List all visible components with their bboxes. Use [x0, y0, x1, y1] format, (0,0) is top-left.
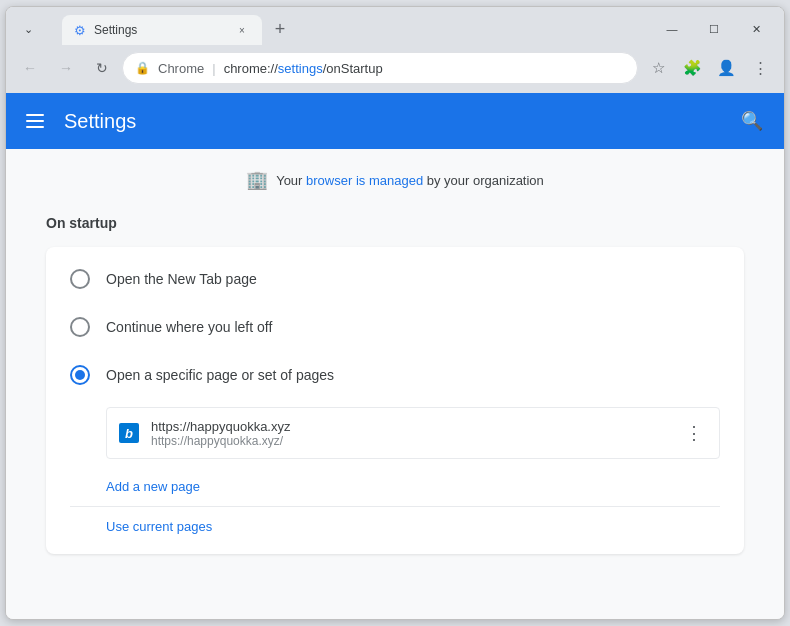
settings-search-button[interactable]: 🔍	[736, 105, 768, 137]
close-button[interactable]: ✕	[736, 13, 776, 45]
omnibox-separator: |	[212, 61, 215, 76]
omnibox-chrome-label: Chrome	[158, 61, 204, 76]
forward-button[interactable]: →	[50, 52, 82, 84]
url-entry-text: https://happyquokka.xyz https://happyquo…	[151, 419, 669, 448]
toolbar-actions: ☆ 🧩 👤 ⋮	[642, 52, 776, 84]
option-specific-page[interactable]: Open a specific page or set of pages	[46, 351, 744, 399]
back-button[interactable]: ←	[14, 52, 46, 84]
use-current-pages-link[interactable]: Use current pages	[46, 507, 236, 546]
option-new-tab-label: Open the New Tab page	[106, 271, 257, 287]
url-suffix: /onStartup	[323, 61, 383, 76]
radio-new-tab[interactable]	[70, 269, 90, 289]
omnibox-url: chrome://settings/onStartup	[224, 61, 625, 76]
url-entry-title: https://happyquokka.xyz	[151, 419, 669, 434]
address-bar: ← → ↻ 🔒 Chrome | chrome://settings/onSta…	[6, 45, 784, 93]
hamburger-menu-button[interactable]	[22, 110, 48, 132]
refresh-button[interactable]: ↻	[86, 52, 118, 84]
add-new-page-link[interactable]: Add a new page	[46, 467, 224, 506]
url-settings: settings	[278, 61, 323, 76]
url-favicon	[119, 423, 139, 443]
radio-continue[interactable]	[70, 317, 90, 337]
browser-window: ⌄ ⚙ Settings × + — ☐ ✕ ← → ↻ 🔒 Chrome | …	[5, 6, 785, 620]
managed-text-after: by your organization	[427, 173, 544, 188]
startup-options-card: Open the New Tab page Continue where you…	[46, 247, 744, 554]
settings-header: Settings 🔍	[6, 93, 784, 149]
url-prefix: chrome://	[224, 61, 278, 76]
managed-text-before: Your	[276, 173, 302, 188]
window-controls: — ☐ ✕	[644, 13, 784, 45]
lock-icon: 🔒	[135, 61, 150, 75]
main-content: 🏢 Your browser is managed by your organi…	[6, 149, 784, 619]
managed-link[interactable]: browser is managed	[306, 173, 423, 188]
radio-specific-page[interactable]	[70, 365, 90, 385]
tab-title: Settings	[94, 23, 226, 37]
url-entry-subtitle: https://happyquokka.xyz/	[151, 434, 669, 448]
tab-close-button[interactable]: ×	[234, 22, 250, 38]
option-continue[interactable]: Continue where you left off	[46, 303, 744, 351]
url-entry-item: https://happyquokka.xyz https://happyquo…	[106, 407, 720, 459]
tab-favicon-icon: ⚙	[74, 23, 86, 38]
maximize-button[interactable]: ☐	[694, 13, 734, 45]
option-continue-label: Continue where you left off	[106, 319, 272, 335]
option-specific-page-label: Open a specific page or set of pages	[106, 367, 334, 383]
window-controls-left: ⌄	[6, 13, 54, 45]
chrome-menu-button[interactable]: ⋮	[744, 52, 776, 84]
new-tab-button[interactable]: +	[266, 15, 294, 43]
managed-banner: 🏢 Your browser is managed by your organi…	[46, 169, 744, 191]
tabs-area: ⚙ Settings × +	[54, 13, 644, 45]
on-startup-section-title: On startup	[46, 215, 744, 231]
managed-org-icon: 🏢	[246, 169, 268, 191]
omnibox[interactable]: 🔒 Chrome | chrome://settings/onStartup	[122, 52, 638, 84]
bookmark-button[interactable]: ☆	[642, 52, 674, 84]
tab-chevron-button[interactable]: ⌄	[10, 13, 50, 45]
extensions-button[interactable]: 🧩	[676, 52, 708, 84]
active-tab[interactable]: ⚙ Settings ×	[62, 15, 262, 45]
url-entry-section: https://happyquokka.xyz https://happyquo…	[46, 399, 744, 467]
minimize-button[interactable]: —	[652, 13, 692, 45]
settings-page-title: Settings	[64, 110, 720, 133]
title-bar: ⌄ ⚙ Settings × + — ☐ ✕	[6, 7, 784, 45]
account-button[interactable]: 👤	[710, 52, 742, 84]
managed-text: Your browser is managed by your organiza…	[276, 173, 544, 188]
option-new-tab[interactable]: Open the New Tab page	[46, 255, 744, 303]
url-entry-menu-button[interactable]: ⋮	[681, 418, 707, 448]
